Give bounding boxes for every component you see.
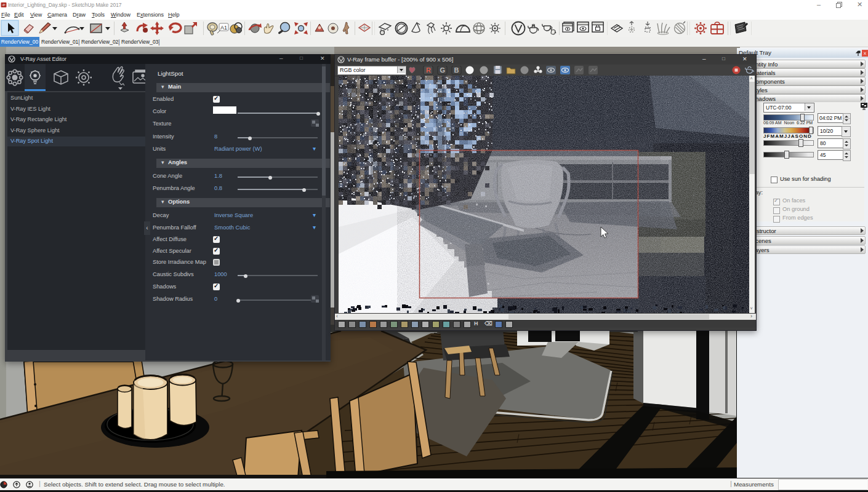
svg-text:A1: A1 (220, 25, 227, 31)
svg-text:R: R (426, 66, 431, 74)
svg-text:B: B (454, 66, 459, 74)
svg-text:G: G (440, 66, 446, 74)
